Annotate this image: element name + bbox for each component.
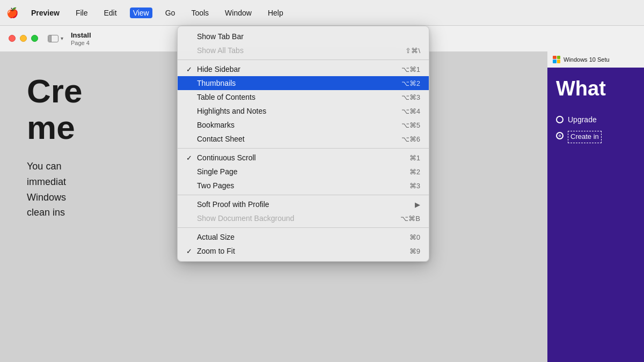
menu-item-single-page[interactable]: Single Page ⌘2	[178, 165, 429, 179]
shortcut-zoom-to-fit: ⌘9	[409, 247, 420, 255]
label-show-all-tabs: Show All Tabs	[197, 46, 405, 55]
document-title-area: Install Page 4	[71, 31, 91, 46]
maximize-button[interactable]	[31, 35, 38, 42]
label-table-of-contents: Table of Contents	[197, 93, 401, 101]
menu-item-hide-sidebar[interactable]: ✓ Hide Sidebar ⌥⌘1	[178, 62, 429, 76]
win-heading: What	[556, 78, 635, 99]
label-show-doc-bg: Show Document Background	[197, 214, 400, 223]
win-content: What Upgrade Create in	[547, 68, 644, 160]
menu-item-show-all-tabs: Show All Tabs ⇧⌘\	[178, 43, 429, 57]
win-panel-header: Windows 10 Setu	[547, 51, 644, 68]
menu-item-continuous-scroll[interactable]: ✓ Continuous Scroll ⌘1	[178, 151, 429, 165]
apple-menu[interactable]: 🍎	[6, 7, 18, 19]
label-soft-proof: Soft Proof with Profile	[197, 200, 415, 209]
separator-2	[178, 148, 429, 149]
radio-upgrade[interactable]	[556, 116, 564, 123]
shortcut-bookmarks: ⌥⌘5	[401, 121, 420, 129]
check-hide-sidebar: ✓	[186, 65, 197, 73]
win-sq-green	[557, 56, 561, 60]
label-continuous-scroll: Continuous Scroll	[197, 153, 409, 162]
menu-item-highlights-notes[interactable]: Highlights and Notes ⌥⌘4	[178, 104, 429, 118]
label-contact-sheet: Contact Sheet	[197, 135, 401, 143]
check-zoom-to-fit: ✓	[186, 247, 197, 255]
menu-help[interactable]: Help	[265, 8, 287, 18]
windows-setup-panel: Windows 10 Setu What Upgrade Create in	[547, 51, 644, 362]
menu-item-two-pages[interactable]: Two Pages ⌘3	[178, 179, 429, 193]
label-actual-size: Actual Size	[197, 233, 409, 241]
label-bookmarks: Bookmarks	[197, 121, 401, 129]
sidebar-toggle[interactable]: ▾	[48, 35, 63, 42]
shortcut-continuous-scroll: ⌘1	[409, 154, 420, 162]
menu-item-table-of-contents[interactable]: Table of Contents ⌥⌘3	[178, 90, 429, 104]
menu-item-zoom-to-fit[interactable]: ✓ Zoom to Fit ⌘9	[178, 244, 429, 258]
label-show-tab-bar: Show Tab Bar	[197, 32, 420, 41]
check-continuous-scroll: ✓	[186, 154, 197, 162]
document-page: Page 4	[71, 40, 91, 46]
shortcut-show-all-tabs: ⇧⌘\	[405, 47, 420, 55]
win-option-create-label: Create in	[568, 131, 602, 143]
document-title: Install	[71, 31, 91, 40]
menu-preview[interactable]: Preview	[28, 8, 63, 18]
menu-item-show-doc-bg: Show Document Background ⌥⌘B	[178, 211, 429, 225]
menu-go[interactable]: Go	[162, 8, 179, 18]
menu-item-contact-sheet[interactable]: Contact Sheet ⌥⌘6	[178, 132, 429, 146]
menu-item-soft-proof[interactable]: Soft Proof with Profile ▶	[178, 197, 429, 211]
shortcut-show-doc-bg: ⌥⌘B	[400, 215, 420, 223]
menu-file[interactable]: File	[72, 8, 91, 18]
separator-3	[178, 195, 429, 195]
menu-view[interactable]: View	[130, 8, 152, 18]
menu-item-show-tab-bar[interactable]: Show Tab Bar	[178, 29, 429, 43]
shortcut-two-pages: ⌘3	[409, 182, 420, 190]
win-sq-red	[553, 56, 557, 60]
win-option-create: Create in	[556, 131, 635, 143]
shortcut-single-page: ⌘2	[409, 168, 420, 176]
label-highlights-notes: Highlights and Notes	[197, 107, 401, 115]
win-option-upgrade-label: Upgrade	[568, 115, 597, 124]
win-option-upgrade: Upgrade	[556, 115, 635, 124]
shortcut-actual-size: ⌘0	[409, 233, 420, 241]
menu-item-bookmarks[interactable]: Bookmarks ⌥⌘5	[178, 118, 429, 132]
label-thumbnails: Thumbnails	[197, 79, 401, 87]
label-hide-sidebar: Hide Sidebar	[197, 65, 401, 73]
shortcut-hide-sidebar: ⌥⌘1	[401, 65, 420, 73]
view-menu-dropdown: Show Tab Bar Show All Tabs ⇧⌘\ ✓ Hide Si…	[177, 26, 429, 262]
label-two-pages: Two Pages	[197, 181, 409, 190]
shortcut-thumbnails: ⌥⌘2	[401, 79, 420, 87]
menu-window[interactable]: Window	[222, 8, 255, 18]
label-zoom-to-fit: Zoom to Fit	[197, 247, 409, 255]
separator-4	[178, 227, 429, 228]
shortcut-contact-sheet: ⌥⌘6	[401, 135, 420, 143]
close-button[interactable]	[9, 35, 16, 42]
menu-tools[interactable]: Tools	[188, 8, 212, 18]
windows-logo-icon	[553, 56, 560, 63]
win-panel-title: Windows 10 Setu	[564, 56, 610, 63]
menubar: 🍎 Preview File Edit View Go Tools Window…	[0, 0, 644, 26]
separator-1	[178, 60, 429, 60]
radio-create[interactable]	[556, 132, 564, 139]
win-sq-blue	[553, 60, 557, 63]
menu-edit[interactable]: Edit	[101, 8, 120, 18]
minimize-button[interactable]	[20, 35, 27, 42]
shortcut-soft-proof: ▶	[415, 201, 420, 209]
menu-item-thumbnails[interactable]: Thumbnails ⌥⌘2	[178, 76, 429, 90]
traffic-lights	[9, 35, 38, 42]
win-sq-yellow	[557, 60, 561, 63]
menu-item-actual-size[interactable]: Actual Size ⌘0	[178, 230, 429, 244]
shortcut-highlights-notes: ⌥⌘4	[401, 107, 420, 115]
label-single-page: Single Page	[197, 167, 409, 176]
shortcut-table-of-contents: ⌥⌘3	[401, 93, 420, 101]
